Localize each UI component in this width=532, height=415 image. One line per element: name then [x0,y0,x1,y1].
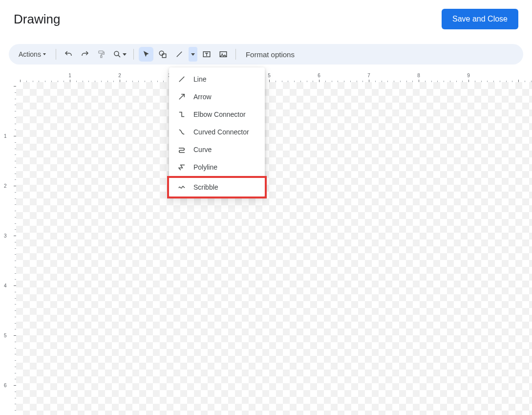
ruler-h-label: 1 [68,73,71,78]
menu-item-poly[interactable]: Polyline [169,158,265,176]
svg-rect-0 [99,51,103,53]
actions-label: Actions [19,50,41,58]
chevron-down-icon [123,53,127,56]
menu-item-label: Curved Connector [193,128,249,136]
svg-rect-1 [101,56,102,58]
select-tool-button[interactable] [139,47,153,62]
ruler-v-label: 2 [4,183,7,189]
ruler-v-label: 3 [4,233,7,239]
textbox-tool-button[interactable] [199,47,214,62]
redo-button[interactable] [78,47,92,62]
ruler-vertical: 123456 [7,82,16,415]
actions-menu-button[interactable]: Actions [14,47,51,62]
line-tool-dropdown-button[interactable] [189,47,197,62]
ruler-v-label: 5 [4,333,7,338]
ruler-horizontal: 123456789 [16,73,532,82]
menu-item-label: Scribble [193,183,218,191]
menu-item-label: Arrow [193,93,212,101]
line-tool-button[interactable] [172,47,187,62]
separator [133,49,134,60]
scrib-icon [177,183,187,192]
ruler-v-label: 6 [4,383,7,388]
drawing-toolbar: Actions [9,44,523,65]
menu-item-curved[interactable]: Curved Connector [169,123,265,141]
menu-item-elbow[interactable]: Elbow Connector [169,106,265,123]
redo-icon [81,50,89,59]
ruler-h-label: 2 [118,73,121,78]
menu-item-line[interactable]: Line [169,70,265,88]
cursor-icon [142,50,150,59]
image-icon [219,50,228,59]
line-icon [175,50,184,59]
dialog-title: Drawing [14,12,60,27]
undo-button[interactable] [61,47,76,62]
chevron-down-icon [191,53,195,56]
menu-item-label: Line [193,75,206,83]
paint-format-button [94,47,109,62]
line-dropdown-menu: LineArrowElbow ConnectorCurved Connector… [169,67,265,197]
arrow-icon [177,92,187,101]
poly-icon [177,163,187,172]
paint-format-icon [97,50,106,59]
svg-rect-4 [162,54,166,58]
svg-point-2 [114,51,119,56]
menu-item-label: Polyline [193,163,217,171]
shape-tool-button[interactable] [155,47,170,62]
image-tool-button[interactable] [216,47,231,62]
line-icon [177,75,187,84]
menu-item-scrib[interactable]: Scribble [167,176,267,198]
save-and-close-button[interactable]: Save and Close [442,9,518,29]
undo-icon [64,50,73,59]
zoom-icon [113,50,122,59]
canvas-area: 123456789 123456 [0,73,532,415]
ruler-h-label: 5 [268,73,271,78]
zoom-button[interactable] [111,47,128,62]
separator [56,49,56,60]
menu-item-label: Curve [193,146,212,153]
format-options-button[interactable]: Format options [241,47,299,62]
menu-item-arrow[interactable]: Arrow [169,88,265,106]
ruler-h-label: 7 [367,73,370,78]
svg-point-3 [159,51,164,55]
curve-icon [177,145,187,154]
separator [235,49,236,60]
textbox-icon [202,50,211,59]
menu-item-label: Elbow Connector [193,110,246,118]
curved-icon [177,128,187,136]
drawing-canvas[interactable] [16,82,532,415]
ruler-h-label: 9 [467,73,470,78]
ruler-h-label: 8 [417,73,420,78]
ruler-h-label: 6 [318,73,320,78]
elbow-icon [177,110,187,119]
ruler-v-label: 4 [4,283,7,288]
menu-item-curve[interactable]: Curve [169,141,265,158]
shapes-icon [158,50,168,59]
chevron-down-icon [43,53,46,55]
ruler-v-label: 1 [4,133,7,139]
